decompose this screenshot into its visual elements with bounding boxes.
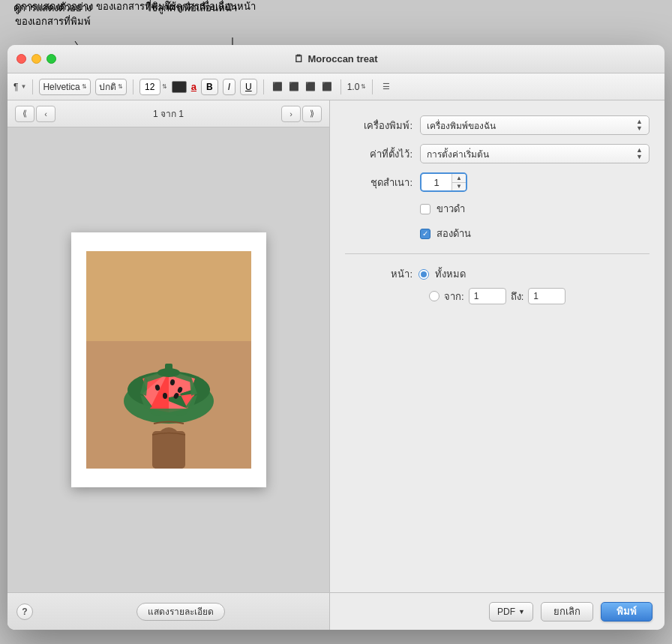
pdf-button[interactable]: PDF ▼ (489, 602, 533, 622)
nav-bar: ⟪ ‹ 1 จาก 1 › ⟫ (8, 100, 329, 127)
show-details-button[interactable]: แสดงรายละเอียด (136, 603, 225, 621)
minimize-button[interactable] (32, 54, 41, 64)
printer-arrows-icon: ▲ ▼ (636, 118, 643, 132)
close-button[interactable] (16, 54, 26, 64)
toolbar-divider-5 (372, 79, 373, 94)
printer-select-wrapper: เครื่องพิมพ์ของฉัน ▲ ▼ (420, 115, 650, 135)
presets-row: ค่าที่ตั้งไว้: การตั้งค่าเริ่มต้น ▲ ▼ (345, 144, 650, 163)
titlebar: 🗒 Moroccan treat (8, 45, 664, 73)
copies-label: ชุดสำเนา: (345, 175, 412, 190)
font-size-control: ⇅ (140, 79, 167, 95)
action-bar: PDF ▼ ยกเลิก พิมพ์ (330, 592, 664, 630)
presets-arrows-icon: ▲ ▼ (636, 147, 643, 160)
spacer (345, 313, 650, 598)
window-title: 🗒 Moroccan treat (294, 53, 377, 64)
range-from-input[interactable] (469, 288, 506, 304)
pages-label: หน้า: (345, 266, 412, 282)
left-panel: ⟪ ‹ 1 จาก 1 › ⟫ (8, 100, 330, 630)
document-icon: 🗒 (294, 53, 304, 64)
all-pages-radio[interactable] (418, 269, 429, 280)
main-window: 🗒 Moroccan treat ¶ ▼ Helvetica ⇅ ปกติ ⇅ … (8, 45, 664, 630)
range-to-input[interactable] (528, 288, 566, 304)
traffic-lights (16, 54, 56, 64)
bw-label: ขาวดำ (436, 201, 465, 217)
next-page-button[interactable]: › (281, 106, 301, 122)
toolbar-divider-1 (32, 79, 33, 94)
copies-increment-button[interactable]: ▲ (452, 174, 466, 183)
pages-section: หน้า: ทั้งหมด จาก: ถึง: (345, 266, 650, 304)
pdf-chevron-icon: ▼ (518, 608, 525, 616)
preview-svg (86, 251, 251, 469)
range-row: จาก: ถึง: (429, 288, 650, 304)
color-swatch[interactable] (172, 81, 187, 93)
last-page-button[interactable]: ⟫ (302, 106, 322, 122)
separator-1 (345, 253, 650, 254)
copies-input-wrapper: ▲ ▼ (420, 172, 467, 192)
right-panel: เครื่องพิมพ์: เครื่องพิมพ์ของฉัน ▲ ▼ ค่า… (330, 100, 664, 630)
content-area: ⟪ ‹ 1 จาก 1 › ⟫ (8, 100, 664, 630)
underline-button[interactable]: U (240, 79, 257, 95)
toolbar-divider-2 (133, 79, 134, 94)
align-justify-button[interactable]: ⬛ (320, 79, 334, 94)
preview-area (8, 127, 329, 592)
list-button[interactable]: ☰ (379, 79, 394, 94)
range-from-label: จาก: (444, 289, 464, 304)
nav-first-group: ⟪ ‹ (15, 106, 56, 122)
all-pages-label: ทั้งหมด (435, 266, 466, 282)
toolbar: ¶ ▼ Helvetica ⇅ ปกติ ⇅ ⇅ a B I U ⬛ ⬛ ⬛ ⬛ (8, 73, 664, 100)
line-spacing-control[interactable]: 1.0 ⇅ (347, 82, 367, 92)
range-to-label: ถึง: (511, 289, 524, 304)
style-selector[interactable]: ปกติ ⇅ (95, 79, 127, 95)
align-right-button[interactable]: ⬛ (303, 79, 318, 94)
align-center-button[interactable]: ⬛ (286, 79, 302, 94)
left-bottom-bar: ? แสดงรายละเอียด (8, 592, 329, 630)
copies-stepper: ▲ ▼ (452, 174, 466, 190)
printer-select[interactable]: เครื่องพิมพ์ของฉัน ▲ ▼ (420, 115, 650, 135)
italic-button[interactable]: I (223, 79, 236, 95)
help-button[interactable]: ? (16, 604, 33, 620)
first-page-button[interactable]: ⟪ (15, 106, 34, 122)
bold-button[interactable]: B (201, 79, 218, 95)
font-chevron-icon: ⇅ (82, 83, 87, 90)
font-color-button[interactable]: a (191, 81, 196, 92)
paragraph-style-selector[interactable]: ¶ ▼ (14, 82, 26, 92)
page-info: 1 จาก 1 (58, 106, 278, 121)
toolbar-divider-4 (340, 79, 341, 94)
copies-row: ชุดสำเนา: ▲ ▼ (345, 172, 650, 192)
align-left-button[interactable]: ⬛ (270, 79, 285, 94)
range-pages-radio[interactable] (429, 291, 440, 301)
annotation-arrow-label: ใช้ลูกศรเพื่อเลื่อนหน้า (146, 1, 237, 15)
print-button[interactable]: พิมพ์ (601, 602, 652, 622)
presets-label: ค่าที่ตั้งไว้: (345, 146, 412, 162)
bw-row: ขาวดำ (420, 201, 650, 217)
annotation-preview-label: ดูการแสดงตัวอย่าง ของเอกสารที่พิมพ์ (14, 1, 92, 28)
duplex-checkbox[interactable] (420, 229, 430, 239)
font-size-chevron-icon: ⇅ (162, 83, 167, 90)
page-preview (71, 232, 266, 487)
svg-rect-7 (86, 251, 251, 341)
nav-next-group: › ⟫ (281, 106, 322, 122)
duplex-row: สองด้าน (420, 226, 650, 241)
font-size-input[interactable] (140, 79, 160, 95)
maximize-button[interactable] (46, 54, 56, 64)
svg-rect-33 (165, 364, 172, 375)
bw-checkbox[interactable] (420, 204, 430, 214)
font-selector[interactable]: Helvetica ⇅ (39, 79, 90, 95)
paragraph-chevron-icon: ▼ (20, 83, 26, 90)
presets-select[interactable]: การตั้งค่าเริ่มต้น ▲ ▼ (420, 144, 650, 163)
spacing-chevron-icon: ⇅ (361, 83, 366, 90)
duplex-label: สองด้าน (436, 226, 471, 241)
all-pages-row: หน้า: ทั้งหมด (345, 266, 650, 282)
preview-image (86, 251, 251, 469)
copies-input[interactable] (422, 174, 452, 190)
presets-select-wrapper: การตั้งค่าเริ่มต้น ▲ ▼ (420, 144, 650, 163)
printer-label: เครื่องพิมพ์: (345, 118, 412, 133)
align-group: ⬛ ⬛ ⬛ ⬛ (270, 79, 334, 94)
prev-page-button[interactable]: ‹ (36, 106, 56, 122)
printer-row: เครื่องพิมพ์: เครื่องพิมพ์ของฉัน ▲ ▼ (345, 115, 650, 135)
style-chevron-icon: ⇅ (118, 83, 123, 90)
svg-rect-9 (152, 431, 185, 469)
toolbar-divider-3 (263, 79, 264, 94)
copies-decrement-button[interactable]: ▼ (452, 183, 466, 191)
cancel-button[interactable]: ยกเลิก (541, 602, 593, 622)
